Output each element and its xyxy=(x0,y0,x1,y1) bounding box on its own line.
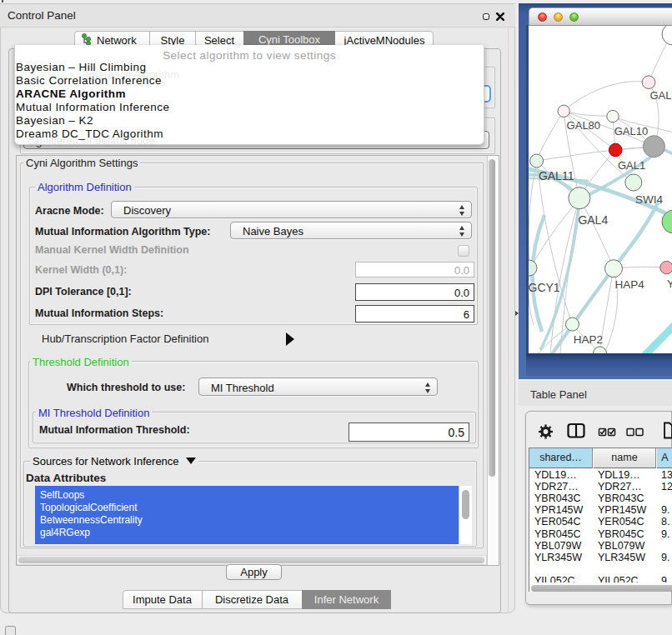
svg-text:GAL10: GAL10 xyxy=(614,125,648,138)
svg-text:GAL4: GAL4 xyxy=(578,213,608,227)
svg-text:GAL7: GAL7 xyxy=(650,89,672,102)
svg-text:HAP4: HAP4 xyxy=(614,278,644,291)
svg-text:SWI4: SWI4 xyxy=(635,193,663,206)
svg-text:GAL11: GAL11 xyxy=(539,169,574,182)
svg-text:GCY1: GCY1 xyxy=(529,281,560,294)
svg-text:Y: Y xyxy=(667,278,672,290)
svg-text:HAP2: HAP2 xyxy=(574,333,603,346)
svg-text:GAL1: GAL1 xyxy=(618,159,645,172)
svg-text:GAL80: GAL80 xyxy=(567,119,600,132)
